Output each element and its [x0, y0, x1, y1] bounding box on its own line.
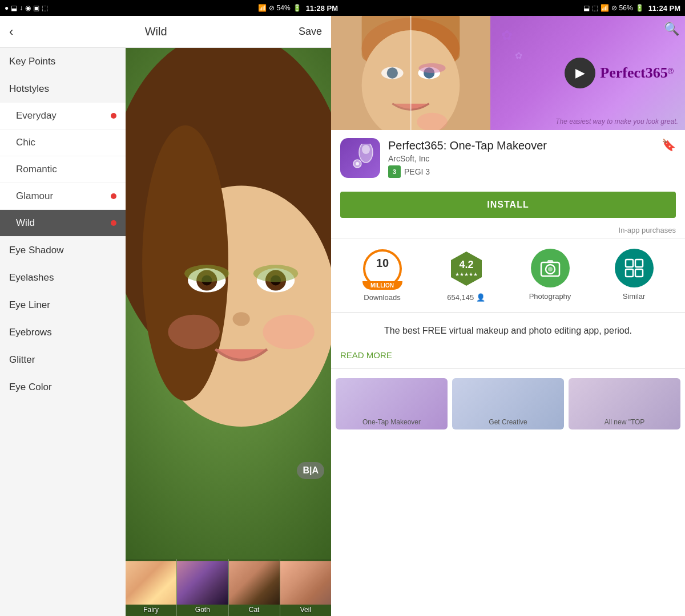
thumbnail-goth-img — [177, 561, 228, 605]
similar-label: Similar — [623, 292, 646, 301]
svg-rect-40 — [626, 260, 633, 267]
rating-count: 654,145 👤 — [447, 293, 485, 302]
time-left: 11:28 PM — [306, 4, 338, 13]
install-btn-container: INSTALL — [331, 186, 685, 224]
million-label: MILLION — [362, 281, 402, 290]
svg-text:10: 10 — [376, 257, 388, 269]
active-dot — [111, 113, 116, 119]
sidebar-section-eyelashes: Eyelashes — [0, 264, 126, 291]
style-thumb-veil[interactable]: Veil — [280, 559, 331, 616]
downloads-circle: 10 MILLION — [362, 249, 402, 289]
photography-label: Photography — [529, 292, 571, 301]
thumbnail-cat-label: Cat — [249, 606, 260, 614]
battery-icon: 🔋 — [293, 4, 301, 12]
svg-text:★★★★★: ★★★★★ — [455, 271, 478, 277]
svg-point-11 — [184, 265, 229, 282]
battery-left: 54% — [277, 4, 291, 12]
banner-tagline: The easiest way to make you look great. — [555, 117, 678, 125]
sidebar-section-eye-shadow: Eye Shadow — [0, 237, 126, 264]
active-dot — [111, 193, 116, 199]
svg-point-31 — [356, 162, 359, 165]
app-developer: ArcSoft, Inc — [388, 154, 654, 163]
status-icon: ● — [5, 4, 9, 12]
photo-area: B|A Fairy Goth Cat — [126, 48, 331, 616]
sidebar-section-eye-color: Eye Color — [0, 374, 126, 401]
right-status-bar: ⬓ ⬚ 📶 ⊘ 56% 🔋 11:24 PM — [342, 0, 685, 16]
install-section: 🔖 — [662, 138, 676, 152]
divider-2 — [331, 312, 685, 313]
style-thumb-fairy[interactable]: Fairy — [126, 559, 177, 616]
flower-decoration-2: ✿ — [515, 50, 522, 61]
bottom-card-1[interactable]: One-Tap Makeover — [336, 378, 448, 429]
sidebar: Key Points Hotstyles Everyday Chic Roman… — [0, 48, 126, 616]
pegi-badge: 3 — [388, 165, 401, 178]
battery-right: 56% — [619, 4, 633, 12]
svg-point-4 — [142, 125, 228, 401]
read-more-button[interactable]: READ MORE — [340, 350, 392, 360]
thumbnail-fairy-label: Fairy — [143, 606, 159, 614]
install-button[interactable]: INSTALL — [340, 192, 676, 218]
style-thumb-goth[interactable]: Goth — [177, 559, 228, 616]
read-more-section: READ MORE — [331, 346, 685, 365]
status-icon: ⬓ — [11, 4, 17, 12]
similar-circle — [615, 249, 654, 287]
right-status-icon: ⬚ — [592, 4, 598, 12]
svg-point-39 — [548, 267, 553, 271]
wifi-icon-right: 📶 — [601, 4, 609, 12]
thumbnail-cat-img — [229, 561, 280, 605]
svg-rect-25 — [331, 16, 411, 130]
stat-rating: 4.2 ★★★★★ 654,145 👤 — [424, 249, 508, 302]
battery-icon-right: 🔋 — [635, 4, 644, 12]
thumbnail-veil-label: Veil — [300, 606, 311, 614]
stat-photography: Photography — [508, 249, 592, 302]
sidebar-section-glitter: Glitter — [0, 346, 126, 374]
ba-badge[interactable]: B|A — [297, 462, 324, 479]
right-status-icon: ⬓ — [583, 4, 590, 12]
app-desc-text: The best FREE virtual makeup and photo e… — [340, 324, 676, 338]
left-status-bar: ● ⬓ ↓ ◉ ▣ ⬚ 📶 ⊘ 54% 🔋 11:28 PM — [0, 0, 342, 16]
page-title: Wild — [145, 25, 167, 38]
logo-text: Perfect365 — [600, 64, 667, 81]
banner-search-icon[interactable]: 🔍 — [664, 22, 679, 37]
rating-circle: 4.2 ★★★★★ — [446, 249, 486, 289]
divider-3 — [331, 368, 685, 369]
left-panel: ‹ Wild Save Key Points Hotstyles Everyda… — [0, 16, 331, 616]
stats-row: 10 MILLION Downloads 4.2 ★★★★★ — [331, 242, 685, 309]
active-dot — [111, 220, 116, 226]
photography-circle — [531, 249, 570, 287]
in-app-purchases-label: In-app purchases — [331, 226, 685, 234]
back-button[interactable]: ‹ — [9, 25, 13, 39]
save-button[interactable]: Save — [299, 26, 322, 38]
status-icon: ◉ — [25, 4, 31, 12]
svg-point-26 — [418, 63, 445, 73]
svg-text:4.2: 4.2 — [459, 259, 473, 270]
sidebar-item-wild[interactable]: Wild — [0, 210, 126, 237]
thumbnail-veil-img — [280, 561, 331, 605]
downloads-label: Downloads — [364, 293, 400, 302]
left-body: Key Points Hotstyles Everyday Chic Roman… — [0, 48, 331, 616]
bottom-card-3[interactable]: All new "TOP — [569, 378, 680, 429]
app-description: The best FREE virtual makeup and photo e… — [331, 316, 685, 346]
app-title: Perfect365: One-Tap Makeover — [388, 138, 654, 153]
divider — [331, 238, 685, 238]
app-rating-row: 3 PEGI 3 — [388, 165, 654, 178]
svg-rect-42 — [626, 269, 633, 277]
sidebar-item-romantic[interactable]: Romantic — [0, 156, 126, 183]
svg-point-15 — [263, 315, 315, 349]
app-icon — [340, 138, 380, 178]
style-thumb-cat[interactable]: Cat — [229, 559, 280, 616]
bookmark-icon[interactable]: 🔖 — [662, 138, 676, 152]
svg-point-12 — [253, 265, 298, 282]
sidebar-item-chic[interactable]: Chic — [0, 129, 126, 156]
pegi-label: PEGI 3 — [404, 167, 430, 176]
bottom-card-2[interactable]: Get Creative — [452, 378, 564, 429]
sidebar-item-everyday[interactable]: Everyday — [0, 103, 126, 129]
svg-point-13 — [233, 312, 250, 326]
svg-rect-43 — [635, 269, 643, 277]
bottom-cards: One-Tap Makeover Get Creative All new "T… — [331, 372, 685, 435]
sidebar-item-glamour[interactable]: Glamour — [0, 183, 126, 210]
banner-logo: ▶ Perfect365® — [565, 58, 674, 88]
flower-decoration: ✿ — [501, 27, 513, 43]
status-icon: ▣ — [33, 4, 39, 12]
play-icon[interactable]: ▶ — [565, 58, 595, 88]
